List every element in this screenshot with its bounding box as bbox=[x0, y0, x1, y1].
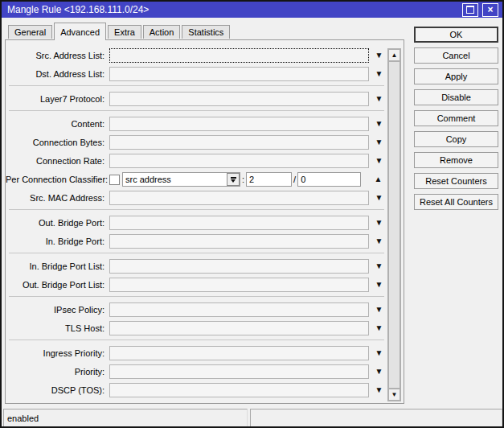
dropdown-arrow-icon[interactable]: ▼ bbox=[375, 281, 383, 289]
ipsec-policy-combo[interactable] bbox=[109, 302, 369, 317]
form-row-tls-host: TLS Host:▼ bbox=[6, 321, 386, 335]
scroll-up-button[interactable]: ▲ bbox=[388, 49, 400, 61]
tab-general[interactable]: General bbox=[8, 25, 52, 39]
tab-strip: GeneralAdvancedExtraActionStatistics bbox=[8, 23, 232, 39]
dscp-tos-label: DSCP (TOS): bbox=[6, 385, 107, 395]
connection-rate-combo[interactable] bbox=[109, 154, 369, 168]
copy-button[interactable]: Copy bbox=[414, 131, 498, 147]
layer7-protocol-combo[interactable] bbox=[109, 92, 369, 106]
src-mac-address-label: Src. MAC Address: bbox=[6, 193, 107, 203]
out-bridge-port-list-combo[interactable] bbox=[109, 278, 369, 292]
tab-extra[interactable]: Extra bbox=[108, 25, 141, 39]
tls-host-combo[interactable] bbox=[109, 321, 369, 335]
form-row-in-bridge-port: In. Bridge Port:▼ bbox=[6, 234, 386, 249]
dropdown-arrow-icon[interactable]: ▼ bbox=[375, 194, 383, 202]
maximize-icon bbox=[466, 6, 474, 14]
tab-statistics[interactable]: Statistics bbox=[182, 25, 230, 39]
tab-action[interactable]: Action bbox=[143, 25, 181, 39]
scroll-down-button[interactable]: ▼ bbox=[388, 389, 400, 401]
dropdown-arrow-icon[interactable]: ▼ bbox=[375, 138, 383, 146]
scrollbar-thumb[interactable] bbox=[388, 61, 400, 389]
dst-address-list-label: Dst. Address List: bbox=[6, 69, 107, 79]
form-row-src-address-list: Src. Address List:▼ bbox=[6, 48, 386, 63]
connection-bytes-label: Connection Bytes: bbox=[6, 138, 107, 147]
src-address-list-label: Src. Address List: bbox=[6, 51, 107, 60]
ipsec-policy-label: IPsec Policy: bbox=[6, 305, 107, 315]
dropdown-arrow-icon[interactable]: ▼ bbox=[375, 349, 383, 357]
vertical-scrollbar[interactable]: ▲ ▼ bbox=[387, 48, 401, 401]
ok-button[interactable]: OK bbox=[414, 27, 498, 43]
content-combo[interactable] bbox=[109, 117, 369, 131]
window-title: Mangle Rule <192.168.111.0/24> bbox=[7, 4, 462, 15]
in-bridge-port-combo[interactable] bbox=[109, 234, 369, 249]
connection-rate-label: Connection Rate: bbox=[6, 156, 107, 166]
form-row-in-bridge-port-list: In. Bridge Port List:▼ bbox=[6, 259, 386, 274]
dropdown-arrow-icon[interactable]: ▼ bbox=[375, 51, 383, 60]
dropdown-arrow-icon[interactable]: ▼ bbox=[375, 70, 383, 78]
pcc-select-button[interactable] bbox=[227, 173, 240, 186]
form-row-out-bridge-port-list: Out. Bridge Port List:▼ bbox=[6, 278, 386, 292]
collapse-up-icon[interactable]: ▲ bbox=[374, 175, 383, 183]
close-icon: × bbox=[487, 6, 493, 14]
form-rows: Src. Address List:▼Dst. Address List:▼La… bbox=[6, 48, 386, 401]
out-bridge-port-list-label: Out. Bridge Port List: bbox=[6, 280, 107, 290]
ingress-priority-label: Ingress Priority: bbox=[6, 348, 107, 358]
out-bridge-port-label: Out. Bridge Port: bbox=[6, 218, 107, 228]
maximize-button[interactable] bbox=[462, 3, 478, 17]
section-separator bbox=[9, 340, 384, 340]
per-connection-classifier-checkbox[interactable] bbox=[109, 175, 120, 185]
form-row-content: Content:▼ bbox=[6, 117, 386, 131]
out-bridge-port-combo[interactable] bbox=[109, 216, 369, 230]
priority-label: Priority: bbox=[6, 367, 107, 377]
reset-all-counters-button[interactable]: Reset All Counters bbox=[414, 194, 498, 210]
close-button[interactable]: × bbox=[482, 3, 498, 17]
slash-separator: / bbox=[293, 175, 296, 184]
dropdown-arrow-icon[interactable]: ▼ bbox=[375, 386, 383, 394]
form-row-ipsec-policy: IPsec Policy:▼ bbox=[6, 302, 386, 317]
section-separator bbox=[9, 296, 384, 297]
pcc-numerator-input[interactable] bbox=[246, 172, 292, 187]
content-label: Content: bbox=[6, 119, 107, 129]
priority-combo[interactable] bbox=[109, 364, 369, 379]
pcc-classifier-value: src address bbox=[125, 175, 171, 184]
tab-advanced[interactable]: Advanced bbox=[54, 23, 106, 40]
dropdown-arrow-icon[interactable]: ▼ bbox=[375, 95, 383, 103]
pcc-classifier-combo[interactable]: src address bbox=[122, 172, 240, 187]
titlebar[interactable]: Mangle Rule <192.168.111.0/24> × bbox=[2, 2, 502, 18]
dropdown-arrow-icon[interactable]: ▼ bbox=[375, 324, 383, 332]
dropdown-arrow-icon[interactable]: ▼ bbox=[375, 262, 383, 270]
form-row-ingress-priority: Ingress Priority:▼ bbox=[6, 346, 386, 360]
dropdown-arrow-icon[interactable]: ▼ bbox=[375, 219, 383, 227]
in-bridge-port-list-combo[interactable] bbox=[109, 259, 369, 274]
apply-button[interactable]: Apply bbox=[414, 68, 498, 84]
dropdown-arrow-icon[interactable]: ▼ bbox=[375, 157, 383, 165]
section-separator bbox=[9, 253, 384, 253]
form-row-dscp-tos: DSCP (TOS):▼ bbox=[6, 383, 386, 397]
ingress-priority-combo[interactable] bbox=[109, 346, 369, 360]
dscp-tos-combo[interactable] bbox=[109, 383, 369, 397]
reset-counters-button[interactable]: Reset Counters bbox=[414, 173, 498, 189]
in-bridge-port-label: In. Bridge Port: bbox=[6, 237, 107, 246]
pcc-denominator-input[interactable] bbox=[297, 172, 361, 187]
src-address-list-combo[interactable] bbox=[109, 48, 369, 63]
dropdown-arrow-icon[interactable]: ▼ bbox=[375, 237, 383, 245]
form-row-layer7-protocol: Layer7 Protocol:▼ bbox=[6, 92, 386, 106]
dropdown-arrow-icon[interactable]: ▼ bbox=[375, 120, 383, 128]
form-row-priority: Priority:▼ bbox=[6, 364, 386, 379]
dropdown-arrow-icon[interactable]: ▼ bbox=[375, 368, 383, 376]
src-mac-address-combo[interactable] bbox=[109, 191, 369, 205]
comment-button[interactable]: Comment bbox=[414, 110, 498, 126]
dropdown-arrow-icon[interactable]: ▼ bbox=[375, 306, 383, 314]
section-separator bbox=[9, 85, 384, 86]
tls-host-label: TLS Host: bbox=[6, 323, 107, 333]
form-row-src-mac-address: Src. MAC Address:▼ bbox=[6, 191, 386, 205]
mangle-rule-dialog: Mangle Rule <192.168.111.0/24> × General… bbox=[0, 0, 504, 428]
form-row-dst-address-list: Dst. Address List:▼ bbox=[6, 67, 386, 81]
disable-button[interactable]: Disable bbox=[414, 89, 498, 105]
connection-bytes-combo[interactable] bbox=[109, 135, 369, 150]
colon-separator: : bbox=[242, 175, 244, 184]
per-connection-classifier-label: Per Connection Classifier: bbox=[6, 175, 107, 184]
dst-address-list-combo[interactable] bbox=[109, 67, 369, 81]
remove-button[interactable]: Remove bbox=[414, 152, 498, 168]
cancel-button[interactable]: Cancel bbox=[414, 47, 498, 64]
